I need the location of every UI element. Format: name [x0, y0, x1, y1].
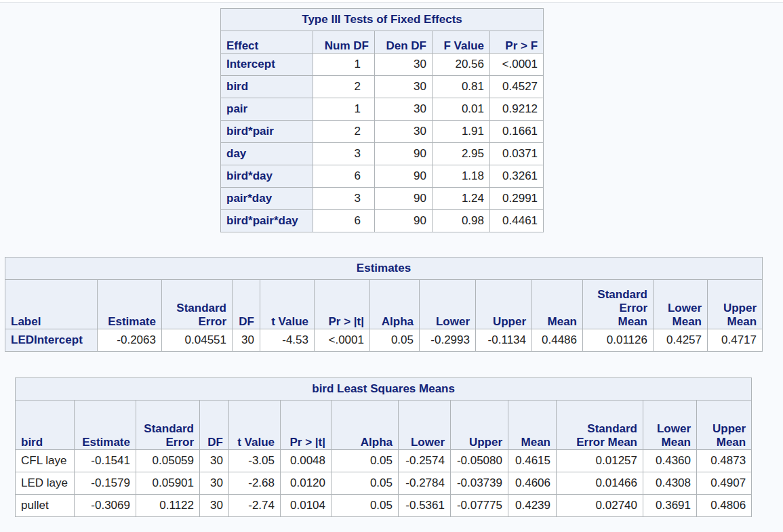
column-header: Standard Error Mean	[557, 401, 643, 450]
cell: 0.05	[332, 472, 399, 495]
row-label: LED laye	[16, 472, 75, 495]
column-header: Lower Mean	[654, 280, 708, 329]
cell: -0.07775	[451, 495, 508, 517]
column-header: Pr > |t|	[315, 280, 370, 329]
cell: 90	[375, 143, 433, 165]
column-header: Mean	[508, 401, 557, 450]
cell: 0.9212	[490, 98, 544, 121]
column-header: F Value	[433, 31, 490, 54]
cell: 30	[200, 472, 229, 495]
column-header: Num DF	[313, 31, 375, 54]
cell: 0.4717	[708, 329, 763, 352]
cell: 0.2991	[490, 188, 544, 210]
cell: 0.4360	[643, 450, 697, 472]
cell: 0.0371	[490, 143, 544, 165]
cell: 30	[200, 495, 229, 517]
cell: 0.4486	[532, 329, 583, 352]
cell: 90	[375, 165, 433, 188]
table-row: CFL laye-0.15410.0505930-3.050.00480.05-…	[16, 450, 752, 472]
column-header: t Value	[260, 280, 315, 329]
table-row: pair*day3901.240.2991	[221, 188, 544, 210]
column-header: Lower	[420, 280, 476, 329]
cell: -3.05	[229, 450, 281, 472]
table-row: day3902.950.0371	[221, 143, 544, 165]
cell: -0.1134	[476, 329, 532, 352]
row-label: bird*pair*day	[221, 210, 313, 232]
cell: 2	[313, 121, 375, 143]
table-row: pullet-0.30690.112230-2.740.01040.05-0.5…	[16, 495, 752, 517]
cell: 30	[375, 121, 433, 143]
row-label: pullet	[16, 495, 75, 517]
column-header: t Value	[229, 401, 281, 450]
cell: 1.18	[433, 165, 490, 188]
cell: 0.3261	[490, 165, 544, 188]
column-header: Standard Error Mean	[583, 280, 654, 329]
table-row: bird2300.810.4527	[221, 76, 544, 98]
cell: 0.05059	[136, 450, 200, 472]
cell: 2	[313, 76, 375, 98]
table-title: bird Least Squares Means	[16, 378, 752, 401]
cell: 0.04551	[162, 329, 233, 352]
cell: 1	[313, 54, 375, 76]
column-header: Standard Error	[136, 401, 200, 450]
column-header: Pr > |t|	[281, 401, 332, 450]
column-header: Alpha	[332, 401, 399, 450]
column-header: Estimate	[75, 401, 136, 450]
cell: -0.2993	[420, 329, 476, 352]
cell: -2.74	[229, 495, 281, 517]
table-row: bird*pair2301.910.1661	[221, 121, 544, 143]
cell: 0.4873	[697, 450, 752, 472]
column-header: DF	[233, 280, 260, 329]
row-label: Intercept	[221, 54, 313, 76]
cell: 0.0048	[281, 450, 332, 472]
cell: 1.24	[433, 188, 490, 210]
cell: 0.4527	[490, 76, 544, 98]
cell: 90	[375, 188, 433, 210]
row-label: pair*day	[221, 188, 313, 210]
cell: 0.01	[433, 98, 490, 121]
table-row: bird*pair*day6900.980.4461	[221, 210, 544, 232]
cell: 0.4308	[643, 472, 697, 495]
column-header: Upper Mean	[708, 280, 763, 329]
cell: -0.2063	[98, 329, 162, 352]
cell: 0.01126	[583, 329, 654, 352]
cell: 0.01466	[557, 472, 643, 495]
cell: -0.1541	[75, 450, 136, 472]
cell: 30	[233, 329, 260, 352]
column-header: DF	[200, 401, 229, 450]
cell: 0.4239	[508, 495, 557, 517]
cell: 0.4606	[508, 472, 557, 495]
cell: -0.2574	[399, 450, 451, 472]
cell: 30	[375, 98, 433, 121]
cell: 6	[313, 210, 375, 232]
row-label: day	[221, 143, 313, 165]
cell: 20.56	[433, 54, 490, 76]
cell: 0.01257	[557, 450, 643, 472]
cell: 0.02740	[557, 495, 643, 517]
row-label: bird*day	[221, 165, 313, 188]
cell: 0.98	[433, 210, 490, 232]
row-label: LEDIntercept	[5, 329, 98, 352]
column-header: Effect	[221, 31, 313, 54]
cell: 30	[375, 54, 433, 76]
column-header: Mean	[532, 280, 583, 329]
cell: -0.3069	[75, 495, 136, 517]
column-header: Label	[5, 280, 98, 329]
cell: 30	[375, 76, 433, 98]
cell: -0.1579	[75, 472, 136, 495]
table-row: LED laye-0.15790.0590130-2.680.01200.05-…	[16, 472, 752, 495]
cell: 0.0120	[281, 472, 332, 495]
cell: 0.4806	[697, 495, 752, 517]
type3-fixed-effects-table: Type III Tests of Fixed EffectsEffectNum…	[220, 8, 544, 232]
cell: -2.68	[229, 472, 281, 495]
column-header: Upper	[451, 401, 508, 450]
cell: 0.05	[370, 329, 420, 352]
cell: 0.05901	[136, 472, 200, 495]
page-top-strip	[0, 0, 783, 3]
estimates-table: EstimatesLabelEstimateStandard ErrorDFt …	[5, 257, 763, 352]
cell: 0.05	[332, 495, 399, 517]
cell: -0.03739	[451, 472, 508, 495]
table-row: pair1300.010.9212	[221, 98, 544, 121]
table-title: Type III Tests of Fixed Effects	[221, 9, 544, 31]
column-header: Alpha	[370, 280, 420, 329]
